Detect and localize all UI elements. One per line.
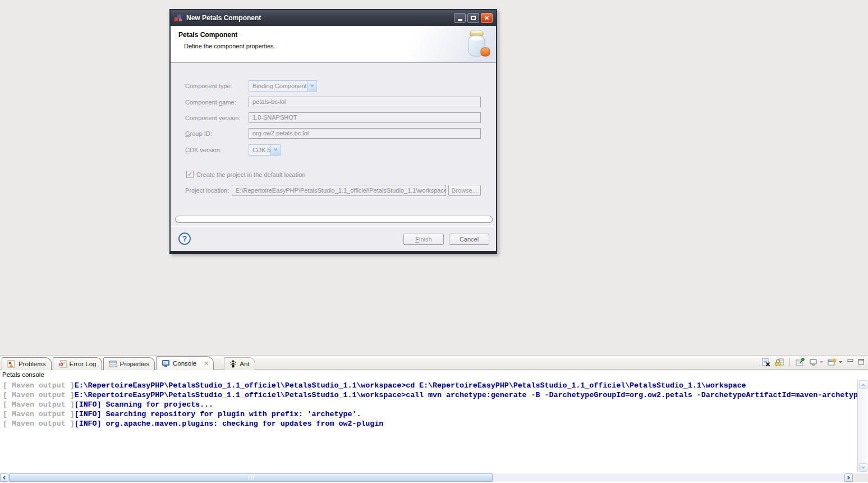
minimize-view-button[interactable] (847, 358, 854, 365)
display-console-button[interactable] (809, 358, 823, 367)
console-line-text: E:\RepertoireEasyPHP\PetalsStudio_1.1_of… (75, 381, 746, 390)
minimize-icon (458, 19, 462, 21)
scroll-up-button[interactable] (859, 380, 867, 389)
tab-ant[interactable]: Ant (224, 357, 255, 370)
properties-icon (109, 360, 117, 368)
console-line-text: E:\RepertoireEasyPHP\PetalsStudio_1.1_of… (75, 391, 857, 399)
pin-console-icon (796, 358, 805, 367)
dialog-titlebar[interactable]: New Petals Component ✕ (171, 10, 496, 26)
progress-bar (175, 216, 493, 223)
new-petals-component-dialog: New Petals Component ✕ Petals Component … (169, 9, 497, 254)
scroll-right-button[interactable] (844, 473, 853, 482)
component-type-label: Component type: (185, 83, 232, 89)
group-id-field[interactable]: org.ow2.petals.bc.lol (249, 128, 481, 139)
tab-console[interactable]: Console ✕ (156, 356, 214, 370)
chevron-down-icon[interactable] (270, 145, 280, 155)
console-line-text: [INFO] org.apache.maven.plugins: checkin… (75, 420, 384, 428)
chevron-down-icon (861, 465, 865, 469)
console-line-prefix: [ Maven output ] (3, 400, 75, 409)
view-controls (847, 358, 865, 365)
default-location-checkbox[interactable]: ✓ (186, 171, 194, 178)
minimize-view-icon (847, 358, 854, 365)
group-id-label: Group ID: (185, 130, 212, 137)
toolbar-separator (789, 358, 790, 367)
console-toolbar (761, 358, 842, 367)
component-type-select[interactable]: Binding Component (249, 80, 317, 92)
maximize-view-button[interactable] (858, 358, 865, 365)
clear-console-icon (761, 358, 770, 367)
maximize-button[interactable] (467, 13, 479, 23)
tab-error-log[interactable]: Error Log (53, 357, 102, 370)
console-name: Petals console (0, 370, 868, 380)
scroll-lock-icon (775, 358, 784, 367)
cdk-version-label: CDK version: (185, 147, 222, 153)
tab-properties[interactable]: Properties (103, 357, 155, 370)
view-tabbar: Problems Error Log Properties Console ✕ (0, 355, 868, 370)
console-view: Problems Error Log Properties Console ✕ (0, 355, 868, 483)
console-line: [ Maven output ][INFO] org.apache.maven.… (3, 419, 857, 429)
petals-logo-icon (174, 13, 183, 22)
chevron-down-icon[interactable] (839, 361, 842, 363)
console-line-text: [INFO] Scanning for projects... (75, 400, 213, 409)
footer-divider (171, 226, 496, 227)
console-line-prefix: [ Maven output ] (3, 391, 75, 399)
tab-problems[interactable]: Problems (2, 357, 52, 370)
dialog-title: New Petals Component (186, 14, 261, 22)
console-line: [ Maven output ]E:\RepertoireEasyPHP\Pet… (3, 390, 857, 400)
help-button[interactable]: ? (178, 233, 191, 245)
maximize-icon (471, 16, 476, 20)
component-version-label: Component version: (185, 115, 240, 121)
horizontal-scrollbar[interactable] (0, 473, 868, 482)
chevron-down-icon[interactable] (307, 81, 316, 91)
chevron-up-icon (861, 383, 865, 387)
console-line: [ Maven output ][INFO] Searching reposit… (3, 409, 857, 419)
maximize-view-icon (858, 358, 865, 365)
component-type-value: Binding Component (249, 81, 307, 91)
project-location-label: Project location: (185, 187, 229, 194)
error-log-icon (58, 360, 67, 368)
component-name-label: Component name: (185, 99, 236, 106)
close-icon: ✕ (484, 15, 489, 22)
vertical-scrollbar[interactable] (857, 380, 868, 472)
jar-icon (466, 30, 490, 58)
scrollbar-corner (853, 473, 868, 482)
minimize-button[interactable] (454, 13, 466, 23)
tab-close-icon[interactable]: ✕ (204, 360, 209, 367)
console-line-text: [INFO] Searching repository for plugin w… (75, 410, 361, 418)
chevron-right-icon (846, 476, 850, 480)
pin-console-button[interactable] (796, 358, 805, 367)
chevron-down-icon[interactable] (820, 361, 823, 363)
open-console-icon (828, 358, 837, 367)
component-name-field[interactable]: petals-bc-lol (249, 97, 481, 107)
finish-button[interactable]: Finish (403, 234, 444, 245)
browse-button[interactable]: Browse... (448, 185, 481, 196)
scroll-down-button[interactable] (859, 463, 867, 472)
console-line: [ Maven output ][INFO] Scanning for proj… (3, 400, 857, 409)
console-line-prefix: [ Maven output ] (3, 410, 75, 418)
wizard-title: Petals Component (178, 31, 237, 39)
open-console-button[interactable] (828, 358, 842, 367)
wizard-subtitle: Define the component properties. (184, 43, 275, 49)
cdk-version-select[interactable]: CDK 5 (249, 144, 281, 156)
console-icon (162, 359, 170, 367)
console-output[interactable]: [ Maven output ]E:\RepertoireEasyPHP\Pet… (0, 380, 857, 472)
console-line: [ Maven output ]E:\RepertoireEasyPHP\Pet… (3, 381, 857, 390)
scroll-left-button[interactable] (0, 473, 8, 482)
scroll-lock-button[interactable] (775, 358, 784, 367)
cancel-button[interactable]: Cancel (449, 234, 489, 245)
console-line-prefix: [ Maven output ] (3, 381, 75, 390)
cdk-version-value: CDK 5 (249, 145, 270, 155)
console-line-prefix: [ Maven output ] (3, 420, 75, 428)
component-version-field[interactable]: 1.0-SNAPSHOT (249, 112, 481, 123)
chevron-left-icon (3, 476, 7, 480)
clear-console-button[interactable] (761, 358, 770, 367)
ant-icon (229, 360, 237, 368)
project-location-field[interactable]: E:\RepertoireEasyPHP\PetalsStudio_1.1_of… (232, 185, 446, 196)
close-button[interactable]: ✕ (481, 13, 493, 23)
default-location-label: Create the project in the default locati… (196, 171, 305, 178)
display-console-icon (809, 358, 818, 367)
scrollbar-thumb[interactable] (9, 473, 493, 482)
problems-icon (7, 360, 16, 368)
wizard-header: Petals Component Define the component pr… (171, 26, 496, 63)
